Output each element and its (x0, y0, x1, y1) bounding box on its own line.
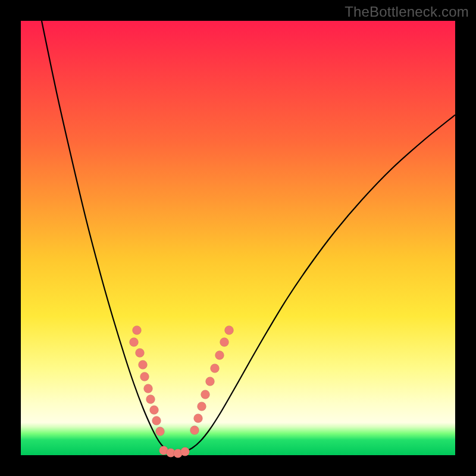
bottleneck-curve (21, 21, 455, 455)
data-dot (194, 414, 203, 423)
data-dot (181, 447, 190, 456)
data-dot (150, 406, 159, 415)
data-dot (133, 326, 142, 335)
data-dots-bottom (159, 446, 190, 458)
chart-frame: TheBottleneck.com (0, 0, 476, 476)
data-dot (225, 326, 234, 335)
data-dot (198, 402, 206, 411)
data-dot (136, 349, 145, 358)
data-dot (215, 351, 224, 360)
data-dots-left (130, 326, 165, 436)
data-dot (201, 390, 210, 399)
data-dot (211, 364, 220, 373)
data-dot (152, 416, 161, 425)
data-dot (140, 372, 149, 381)
data-dots-right (190, 326, 234, 435)
plot-area (21, 21, 455, 455)
curve-left-branch (42, 21, 177, 453)
data-dot (190, 426, 199, 435)
data-dot (130, 338, 139, 347)
data-dot (144, 384, 153, 393)
data-dot (156, 427, 165, 436)
data-dot (139, 361, 148, 369)
data-dot (206, 377, 215, 386)
watermark-text: TheBottleneck.com (345, 4, 469, 20)
data-dot (146, 395, 155, 404)
curve-right-branch (177, 115, 455, 453)
data-dot (220, 338, 229, 347)
